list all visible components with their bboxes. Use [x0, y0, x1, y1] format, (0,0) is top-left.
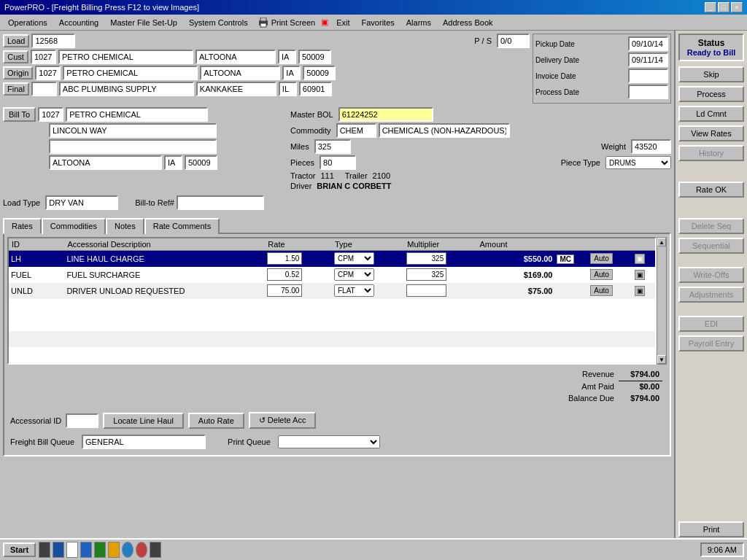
table-row[interactable]: LH LINE HAUL CHARGE CPM $550.00 MC: [9, 251, 655, 267]
skip-button[interactable]: Skip: [678, 66, 744, 82]
taskbar-icon-7[interactable]: [122, 542, 133, 558]
row2-rate-input[interactable]: [267, 268, 302, 281]
minimize-btn[interactable]: _: [705, 2, 716, 12]
load-button[interactable]: Load: [3, 34, 29, 47]
taskbar-icon-1[interactable]: [39, 542, 50, 558]
row3-rate-input[interactable]: [267, 284, 302, 297]
load-input[interactable]: [31, 34, 75, 48]
origin-button[interactable]: Origin: [3, 66, 33, 79]
row1-rate-input[interactable]: [267, 252, 302, 265]
commodity-desc[interactable]: [379, 123, 510, 138]
row2-auto-btn[interactable]: Auto: [590, 269, 613, 280]
window-controls[interactable]: _ □ ×: [705, 2, 743, 12]
load-type-input[interactable]: [45, 195, 118, 210]
origin-city-input[interactable]: [200, 66, 280, 80]
invoice-date-input[interactable]: [628, 69, 668, 83]
freight-bill-queue-input[interactable]: [82, 435, 206, 449]
taskbar-icon-3[interactable]: [66, 542, 78, 558]
final-name-input[interactable]: [59, 82, 194, 96]
ld-cmnt-button[interactable]: Ld Cmnt: [678, 106, 744, 122]
menu-master-file[interactable]: Master File Set-Up: [105, 16, 182, 29]
payroll-entry-button[interactable]: Payroll Entry: [678, 335, 744, 351]
cust-name-input[interactable]: [58, 50, 193, 64]
menu-alarms[interactable]: Alarms: [401, 16, 436, 29]
taskbar-icon-6[interactable]: [108, 542, 120, 558]
process-button[interactable]: Process: [678, 86, 744, 102]
weight-input[interactable]: [631, 139, 671, 154]
delivery-date-input[interactable]: [628, 52, 668, 67]
edi-button[interactable]: EDI: [678, 316, 744, 332]
final-button[interactable]: Final: [3, 82, 29, 96]
taskbar-icon-2[interactable]: [53, 542, 64, 558]
final-state-input[interactable]: [279, 82, 297, 96]
menu-favorites[interactable]: Favorites: [357, 16, 400, 29]
tab-notes[interactable]: Notes: [106, 218, 144, 234]
row1-type-select[interactable]: CPM: [334, 252, 374, 265]
view-rates-button[interactable]: View Rates: [678, 125, 744, 141]
master-bol-input[interactable]: [338, 107, 433, 122]
row2-type-select[interactable]: CPM: [334, 268, 374, 281]
bill-to-ref-input[interactable]: [177, 195, 264, 210]
tab-commodities[interactable]: Commodities: [42, 218, 106, 234]
pieces-input[interactable]: [320, 155, 356, 170]
bill-to-button[interactable]: Bill To: [3, 107, 36, 122]
taskbar-icon-9[interactable]: [150, 542, 161, 558]
row1-auto-btn[interactable]: Auto: [590, 253, 613, 264]
cust-state-input[interactable]: [278, 50, 296, 64]
delete-seq-button[interactable]: Delete Seq: [678, 218, 744, 234]
scroll-up-btn[interactable]: ▲: [657, 238, 666, 246]
print-queue-select[interactable]: [278, 435, 380, 448]
taskbar-icon-8[interactable]: [136, 542, 147, 558]
miles-input[interactable]: [314, 139, 351, 154]
bill-to-state[interactable]: [164, 155, 182, 170]
menu-system-controls[interactable]: System Controls: [184, 16, 253, 29]
table-row[interactable]: FUEL FUEL SURCHARGE CPM $169.00: [9, 267, 655, 283]
start-button[interactable]: Start: [3, 542, 36, 557]
final-id-input[interactable]: [31, 82, 57, 96]
cust-id-input[interactable]: [31, 50, 56, 64]
table-row[interactable]: UNLD DRIVER UNLOAD REQUESTED FLAT $75.00: [9, 283, 655, 299]
menu-accounting[interactable]: Accounting: [54, 16, 104, 29]
menu-address-book[interactable]: Address Book: [438, 16, 498, 29]
ps-input[interactable]: [497, 34, 530, 48]
scrollbar[interactable]: ▲ ▼: [657, 237, 667, 365]
bill-to-name[interactable]: [66, 107, 208, 122]
auto-rate-button[interactable]: Auto Rate: [188, 413, 244, 429]
bill-to-zip[interactable]: [185, 155, 217, 170]
final-zip-input[interactable]: [299, 82, 332, 96]
row3-del-btn[interactable]: ▣: [635, 286, 645, 296]
print-button[interactable]: Print: [678, 521, 744, 537]
locate-line-haul-button[interactable]: Locate Line Haul: [103, 413, 184, 429]
row1-del-btn[interactable]: ▣: [635, 254, 645, 264]
taskbar-icon-5[interactable]: [94, 542, 106, 558]
rate-ok-button[interactable]: Rate OK: [678, 182, 744, 198]
write-offs-button[interactable]: Write-Offs: [678, 267, 744, 283]
menu-operations[interactable]: Operations: [3, 16, 53, 29]
menu-print-screen[interactable]: Print Screen: [255, 17, 319, 28]
cust-button[interactable]: Cust: [3, 50, 28, 63]
adjustments-button[interactable]: Adjustments: [678, 287, 744, 303]
history-button[interactable]: History: [678, 145, 744, 161]
row2-del-btn[interactable]: ▣: [635, 270, 645, 280]
row3-type-select[interactable]: FLAT: [334, 284, 374, 297]
final-city-input[interactable]: [196, 82, 276, 96]
commodity-code[interactable]: [336, 123, 376, 138]
sequential-button[interactable]: Sequential: [678, 238, 744, 254]
bill-to-address1[interactable]: [49, 123, 217, 138]
bill-to-address2[interactable]: [49, 139, 217, 154]
tab-rate-comments[interactable]: Rate Comments: [144, 218, 220, 234]
origin-name-input[interactable]: [63, 66, 198, 80]
delete-acc-button[interactable]: ↺ Delete Acc: [249, 412, 317, 429]
pickup-date-input[interactable]: [628, 36, 668, 51]
process-date-input[interactable]: [628, 85, 668, 99]
taskbar-icon-4[interactable]: [80, 542, 92, 558]
bill-to-id[interactable]: [38, 107, 63, 122]
cust-zip-input[interactable]: [298, 50, 331, 64]
close-btn[interactable]: ×: [731, 2, 743, 12]
bill-to-city[interactable]: [49, 155, 162, 170]
row1-mult-input[interactable]: [406, 252, 446, 265]
origin-state-input[interactable]: [282, 66, 301, 80]
scroll-down-btn[interactable]: ▼: [657, 355, 666, 364]
origin-zip-input[interactable]: [303, 66, 336, 80]
accessorial-id-input[interactable]: [66, 413, 98, 428]
